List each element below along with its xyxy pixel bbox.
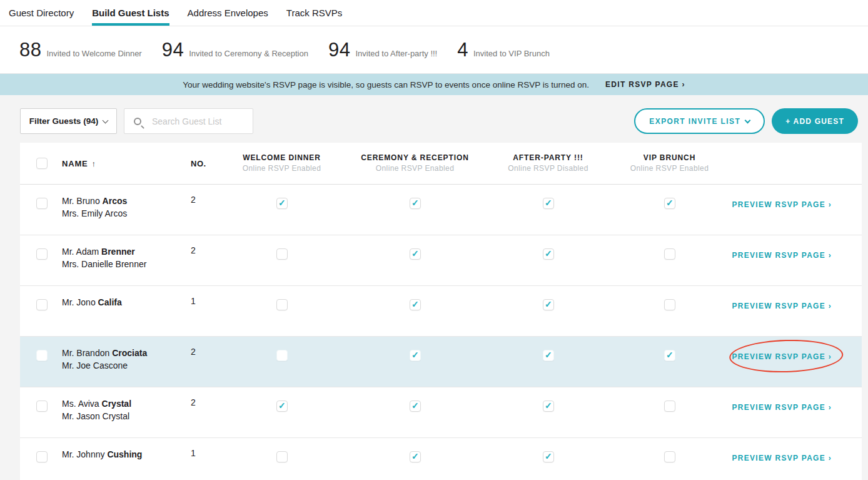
column-header-ceremony-reception: CEREMONY & RECEPTION Online RSVP Enabled	[348, 153, 482, 174]
event-rsvp-checkbox-after-party[interactable]	[543, 299, 554, 310]
guest-names: Mr. Johnny Cushing	[62, 438, 191, 480]
guest-list-toolbar: Filter Guests (94) EXPORT INVITE LIST + …	[20, 108, 858, 134]
row-select-checkbox[interactable]	[36, 299, 48, 310]
row-select-checkbox[interactable]	[36, 401, 48, 412]
event-rsvp-checkbox-welcome-dinner[interactable]	[276, 248, 288, 260]
row-select-checkbox[interactable]	[36, 248, 48, 260]
tab-address-envelopes[interactable]: Address Envelopes	[188, 0, 268, 26]
filter-guests-dropdown[interactable]: Filter Guests (94)	[20, 108, 117, 134]
event-rsvp-checkbox-vip-brunch[interactable]	[664, 350, 675, 361]
add-guest-button[interactable]: + ADD GUEST	[772, 108, 858, 134]
preview-rsvp-link[interactable]: PREVIEW RSVP PAGE ›	[732, 302, 832, 310]
row-select-checkbox[interactable]	[36, 198, 48, 209]
event-rsvp-checkbox-welcome-dinner[interactable]	[276, 198, 288, 209]
name-header-label: NAME	[62, 159, 88, 168]
event-rsvp-checkbox-vip-brunch[interactable]	[664, 401, 675, 412]
event-title: AFTER-PARTY !!!	[513, 153, 583, 163]
event-rsvp-checkbox-welcome-dinner[interactable]	[276, 451, 288, 462]
guest-primary-name: Mr. Brandon Crociata	[62, 347, 191, 359]
preview-rsvp-link[interactable]: PREVIEW RSVP PAGE ›	[732, 403, 832, 412]
search-icon	[134, 118, 141, 125]
stat-count: 88	[19, 39, 41, 61]
event-rsvp-checkbox-welcome-dinner[interactable]	[276, 350, 288, 361]
event-rsvp-checkbox-ceremony-reception[interactable]	[410, 350, 421, 361]
stat-after-party: 94 Invited to After-party !!!	[328, 39, 437, 61]
tab-guest-directory[interactable]: Guest Directory	[9, 0, 74, 26]
search-input[interactable]	[152, 116, 246, 126]
event-rsvp-checkbox-after-party[interactable]	[543, 451, 554, 462]
event-rsvp-checkbox-ceremony-reception[interactable]	[410, 248, 421, 260]
event-rsvp-checkbox-after-party[interactable]	[543, 350, 554, 361]
event-rsvp-checkbox-ceremony-reception[interactable]	[410, 451, 421, 462]
guest-names: Mr. Brandon Crociata Mr. Joe Cascone	[62, 337, 191, 387]
event-rsvp-checkbox-vip-brunch[interactable]	[664, 198, 675, 209]
event-rsvp-checkbox-ceremony-reception[interactable]	[410, 401, 421, 412]
party-count: 1	[191, 438, 215, 480]
stat-vip-brunch: 4 Invited to VIP Brunch	[457, 39, 550, 61]
stat-count: 94	[162, 39, 184, 61]
event-rsvp-checkbox-vip-brunch[interactable]	[664, 451, 675, 462]
stat-ceremony-reception: 94 Invited to Ceremony & Reception	[162, 39, 308, 61]
edit-rsvp-page-link[interactable]: EDIT RSVP PAGE ›	[605, 80, 685, 89]
party-count: 2	[191, 337, 215, 387]
table-row: Mr. Johnny Cushing 1 PREVIEW RSVP PAGE ›	[20, 438, 862, 480]
event-title: VIP BRUNCH	[643, 153, 695, 163]
preview-rsvp-link[interactable]: PREVIEW RSVP PAGE ›	[732, 251, 832, 260]
party-count: 1	[191, 286, 215, 336]
stat-label: Invited to After-party !!!	[355, 49, 437, 58]
stat-count: 4	[457, 39, 468, 61]
column-header-vip-brunch: VIP BRUNCH Online RSVP Enabled	[615, 153, 724, 174]
guest-primary-name: Mr. Bruno Arcos	[62, 195, 191, 207]
event-title: CEREMONY & RECEPTION	[361, 153, 468, 163]
event-rsvp-status: Online RSVP Disabled	[508, 163, 588, 174]
table-row: Mr. Adam Brenner Mrs. Danielle Brenner 2…	[20, 235, 862, 286]
table-row: Mr. Brandon Crociata Mr. Joe Cascone 2 P…	[20, 337, 862, 387]
preview-rsvp-link[interactable]: PREVIEW RSVP PAGE ›	[732, 200, 832, 209]
stat-label: Invited to Ceremony & Reception	[189, 49, 308, 58]
event-rsvp-checkbox-after-party[interactable]	[543, 248, 554, 260]
stat-label: Invited to VIP Brunch	[473, 49, 550, 58]
event-rsvp-checkbox-vip-brunch[interactable]	[664, 248, 675, 260]
guest-secondary-name: Mrs. Emily Arcos	[62, 207, 191, 220]
event-rsvp-checkbox-ceremony-reception[interactable]	[410, 299, 421, 310]
stat-count: 94	[328, 39, 350, 61]
table-header-row: NAME↑ NO. WELCOME DINNER Online RSVP Ena…	[20, 143, 862, 185]
tab-track-rsvps[interactable]: Track RSVPs	[286, 0, 342, 26]
guest-secondary-name: Mrs. Danielle Brenner	[62, 258, 191, 270]
preview-rsvp-link[interactable]: PREVIEW RSVP PAGE ›	[732, 352, 832, 361]
tab-label: Address Envelopes	[188, 8, 268, 18]
event-rsvp-checkbox-vip-brunch[interactable]	[664, 299, 675, 310]
guest-names: Mr. Bruno Arcos Mrs. Emily Arcos	[62, 185, 191, 235]
event-rsvp-checkbox-ceremony-reception[interactable]	[410, 198, 421, 209]
preview-rsvp-link[interactable]: PREVIEW RSVP PAGE ›	[732, 454, 832, 462]
filter-guests-label: Filter Guests (94)	[29, 116, 98, 126]
preview-rsvp-wrap: PREVIEW RSVP PAGE ›	[732, 401, 832, 412]
row-select-checkbox[interactable]	[36, 350, 48, 361]
table-row: Mr. Bruno Arcos Mrs. Emily Arcos 2 PREVI…	[20, 185, 862, 235]
select-all-checkbox[interactable]	[36, 158, 48, 169]
column-header-after-party: AFTER-PARTY !!! Online RSVP Disabled	[482, 153, 615, 174]
tab-label: Guest Directory	[9, 8, 74, 18]
event-rsvp-checkbox-after-party[interactable]	[543, 401, 554, 412]
guest-primary-name: Ms. Aviva Crystal	[62, 397, 191, 410]
event-rsvp-checkbox-welcome-dinner[interactable]	[276, 401, 288, 412]
guest-search[interactable]	[124, 108, 253, 134]
preview-rsvp-wrap: PREVIEW RSVP PAGE ›	[732, 350, 832, 362]
event-rsvp-checkbox-welcome-dinner[interactable]	[276, 299, 288, 310]
table-row: Ms. Aviva Crystal Mr. Jason Crystal 2 PR…	[20, 387, 862, 438]
guest-names: Ms. Aviva Crystal Mr. Jason Crystal	[62, 387, 191, 437]
row-select-checkbox[interactable]	[36, 451, 48, 462]
export-invite-list-button[interactable]: EXPORT INVITE LIST	[634, 108, 765, 134]
column-header-name[interactable]: NAME↑	[62, 159, 96, 168]
chevron-down-icon	[103, 117, 109, 123]
preview-rsvp-wrap: PREVIEW RSVP PAGE ›	[732, 300, 832, 311]
tab-build-guest-lists[interactable]: Build Guest Lists	[92, 0, 169, 26]
column-header-no: NO.	[191, 159, 206, 168]
event-rsvp-status: Online RSVP Enabled	[376, 163, 454, 174]
rsvp-notice-banner: Your wedding website's RSVP page is visi…	[0, 74, 868, 95]
preview-rsvp-wrap: PREVIEW RSVP PAGE ›	[732, 249, 832, 260]
table-body: Mr. Bruno Arcos Mrs. Emily Arcos 2 PREVI…	[20, 185, 862, 480]
tab-label: Build Guest Lists	[92, 8, 169, 18]
event-rsvp-checkbox-after-party[interactable]	[543, 198, 554, 209]
tab-bar: Guest Directory Build Guest Lists Addres…	[0, 0, 868, 26]
